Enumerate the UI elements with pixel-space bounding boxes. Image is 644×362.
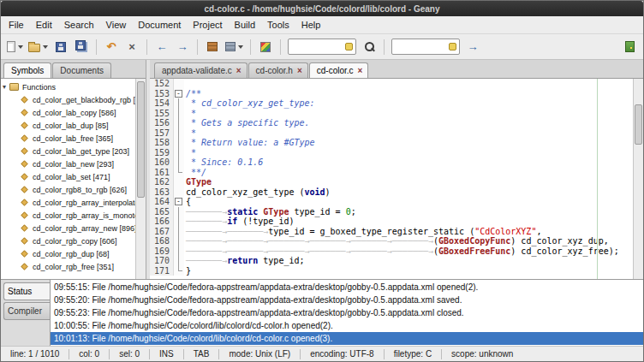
save-button[interactable] xyxy=(51,37,70,57)
titlebar[interactable]: cd-color.c - /home/hughsie/Code/colord/l… xyxy=(1,1,643,16)
editor-scrollbar-thumb[interactable] xyxy=(635,104,642,145)
code-line[interactable]: 167───────→───────→type_id = g_boxed_typ… xyxy=(150,227,633,237)
code-area[interactable]: 152153-/**154 * cd_color_xyz_get_type:15… xyxy=(150,79,643,279)
dropdown-caret-icon[interactable] xyxy=(238,45,243,49)
menu-item-tools[interactable]: Tools xyxy=(261,17,295,33)
tab-close-icon[interactable]: × xyxy=(297,68,302,74)
code-line[interactable]: 170───────→return type_id; xyxy=(150,256,633,266)
message-row[interactable]: 09:55:15: File /home/hughsie/Code/fedora… xyxy=(51,281,643,294)
code-line[interactable]: 152 xyxy=(150,79,633,89)
code-line[interactable]: 168───────→───────→───────→───────→─────… xyxy=(150,236,633,246)
symbol-item[interactable]: cd_color_lab_free [365] xyxy=(3,132,135,145)
code-line[interactable]: 160 * Since: 0.1.6 xyxy=(150,157,633,168)
tab-whitespace-arrow: ───────→───────→───────→───────→───────→… xyxy=(186,236,433,246)
symbol-item[interactable]: cd_color_rgb_free [351] xyxy=(3,260,135,273)
menu-item-view[interactable]: View xyxy=(100,17,133,33)
goto-line-button[interactable]: → xyxy=(463,37,482,57)
code-line[interactable]: 154 * cd_color_xyz_get_type: xyxy=(150,98,633,109)
compile-button[interactable] xyxy=(203,37,222,57)
fold-toggle-icon[interactable]: - xyxy=(175,198,182,205)
method-icon xyxy=(21,173,27,180)
tab-close-icon[interactable]: × xyxy=(236,68,242,74)
editor-tab-appdata-validate.c[interactable]: appdata-validate.c× xyxy=(154,62,247,78)
compile-icon xyxy=(207,42,218,51)
code-line[interactable]: 155 * xyxy=(150,109,633,119)
symbol-item[interactable]: cd_color_lab_copy [586] xyxy=(3,106,135,119)
code-text: ───────→static GType type_id = 0; xyxy=(184,207,356,217)
editor-scrollbar[interactable] xyxy=(633,79,643,279)
open-button[interactable] xyxy=(27,37,50,57)
fold-margin[interactable]: - xyxy=(174,89,184,99)
menu-item-edit[interactable]: Edit xyxy=(30,17,58,33)
color-chooser-button[interactable] xyxy=(256,37,275,57)
code-line[interactable]: 171} xyxy=(150,266,633,276)
menu-item-file[interactable]: File xyxy=(3,17,30,33)
forward-button[interactable]: → xyxy=(173,37,192,57)
sidebar-tab-symbols[interactable]: Symbols xyxy=(3,62,51,78)
entry-icon[interactable] xyxy=(345,43,353,50)
symbol-item[interactable]: cd_color_lab_new [293] xyxy=(3,157,135,170)
fold-toggle-icon[interactable]: - xyxy=(175,90,182,98)
code-line[interactable]: 163cd_color_xyz_get_type (void) xyxy=(150,187,633,198)
code-line[interactable]: 158 * Return value: a #GType xyxy=(150,138,633,148)
tab-close-icon[interactable]: × xyxy=(358,68,363,74)
symbol-item[interactable]: cd_color_rgb_copy [606] xyxy=(3,234,135,247)
fold-margin[interactable]: - xyxy=(174,197,184,207)
code-line[interactable]: 169───────→───────→───────→───────→─────… xyxy=(150,246,633,257)
code-text: ───────→if (!type_id) xyxy=(184,217,294,227)
code-line[interactable]: 165───────→static GType type_id = 0; xyxy=(150,207,633,217)
sidebar-scrollbar-thumb[interactable] xyxy=(137,81,145,198)
code-line[interactable]: 161 **/ xyxy=(150,168,633,178)
code-line[interactable]: 156 * Gets a specific type. xyxy=(150,118,633,128)
symbol-item[interactable]: cd_color_rgb_array_interpolate [9 xyxy=(3,196,135,209)
code-line[interactable]: 157 * xyxy=(150,128,633,139)
menu-item-help[interactable]: Help xyxy=(295,17,327,33)
dropdown-caret-icon[interactable] xyxy=(18,45,23,49)
revert-button[interactable]: ↶ xyxy=(102,37,121,57)
sidebar-tab-documents[interactable]: Documents xyxy=(52,62,111,78)
message-row[interactable]: 10:00:55: File /home/hughsie/Code/colord… xyxy=(51,319,643,332)
message-window: StatusCompiler 09:55:15: File /home/hugh… xyxy=(1,279,643,346)
message-tab-status[interactable]: Status xyxy=(3,282,50,300)
search-entry[interactable] xyxy=(288,39,356,55)
code-line[interactable]: 153-/** xyxy=(150,89,633,99)
symbol-root[interactable]: ▾Functions xyxy=(3,80,135,93)
code-text: * Since: 0.1.6 xyxy=(184,157,263,168)
code-line[interactable]: 159 * xyxy=(150,148,633,158)
symbol-item[interactable]: cd_color_lab_dup [85] xyxy=(3,119,135,132)
editor-tab-cd-color.h[interactable]: cd-color.h× xyxy=(248,62,308,78)
message-row[interactable]: 09:55:20: File /home/hughsie/Code/fedora… xyxy=(51,294,643,306)
code-line[interactable]: 166───────→if (!type_id) xyxy=(150,217,633,227)
goto-line-entry[interactable] xyxy=(391,39,460,55)
build-button[interactable] xyxy=(224,37,245,57)
quit-button[interactable] xyxy=(620,37,639,57)
back-button[interactable]: ← xyxy=(152,37,171,57)
fold-margin xyxy=(174,138,184,148)
menu-item-project[interactable]: Project xyxy=(187,17,228,33)
code-line[interactable]: 162GType xyxy=(150,177,633,187)
symbol-item[interactable]: cd_color_lab_set [471] xyxy=(3,170,135,183)
menu-item-build[interactable]: Build xyxy=(229,17,261,33)
sidebar-scrollbar[interactable] xyxy=(135,79,146,279)
code-token: GBoxedFreeFunc xyxy=(438,246,510,256)
dropdown-caret-icon[interactable] xyxy=(43,45,48,49)
message-tab-compiler[interactable]: Compiler xyxy=(3,302,50,320)
message-row[interactable]: 10:01:13: File /home/hughsie/Code/colord… xyxy=(51,332,643,345)
menu-item-document[interactable]: Document xyxy=(132,17,187,33)
save-all-button[interactable] xyxy=(72,37,91,57)
symbol-item[interactable]: cd_color_rgb_dup [68] xyxy=(3,247,135,260)
editor-tab-cd-color.c[interactable]: cd-color.c× xyxy=(309,62,369,78)
symbol-item[interactable]: cd_color_get_blackbody_rgb [97 xyxy=(3,93,135,106)
menu-item-search[interactable]: Search xyxy=(58,17,100,33)
code-line[interactable]: 164-{ xyxy=(150,197,633,207)
message-row[interactable]: 09:55:23: File /home/hughsie/Code/fedora… xyxy=(51,306,643,319)
symbol-item[interactable]: cd_color_rgb_array_is_monotonic xyxy=(3,209,135,222)
expander-icon[interactable]: ▾ xyxy=(3,84,6,91)
symbol-item[interactable]: cd_color_rgb_array_new [896] xyxy=(3,222,135,234)
symbol-item[interactable]: cd_color_lab_get_type [203] xyxy=(3,145,135,157)
search-button[interactable] xyxy=(360,37,379,57)
close-button[interactable]: × xyxy=(122,37,141,57)
entry-icon[interactable] xyxy=(449,43,456,50)
symbol-item[interactable]: cd_color_rgb8_to_rgb [626] xyxy=(3,183,135,196)
new-button[interactable] xyxy=(5,37,25,57)
